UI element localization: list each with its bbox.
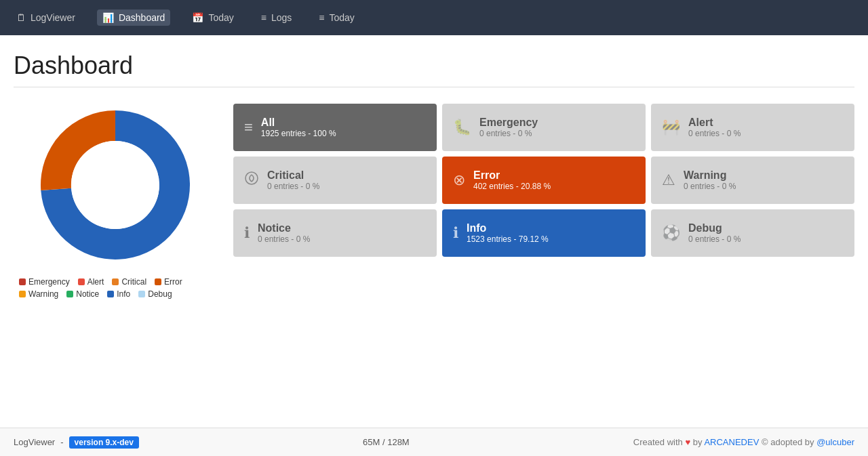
legend-label-notice: Notice	[76, 289, 99, 299]
card-debug-icon: ⚽	[662, 224, 680, 242]
donut-chart	[20, 104, 210, 266]
legend-item-emergency: Emergency	[19, 277, 70, 287]
card-debug-info: Debug 0 entries - 0 %	[688, 222, 741, 244]
main-content: Dashboard	[0, 35, 868, 339]
legend-label-error: Error	[164, 277, 182, 287]
nav-dashboard[interactable]: 📊 Dashboard	[97, 9, 171, 26]
logviewer-icon: 🗒	[16, 12, 26, 23]
nav-logo-label: LogViewer	[31, 12, 75, 23]
svg-point-0	[71, 141, 159, 229]
chart-area: Emergency Alert Critical Error Warning	[14, 104, 217, 299]
card-error-icon: ⊗	[453, 171, 465, 189]
card-info-subtitle: 1523 entries - 79.12 %	[467, 234, 549, 244]
card-all-info: All 1925 entries - 100 %	[261, 117, 336, 138]
card-critical-icon	[244, 171, 259, 190]
nav-today[interactable]: 📅 Today	[186, 9, 239, 26]
card-critical-info: Critical 0 entries - 0 %	[267, 169, 319, 191]
title-divider	[14, 87, 854, 87]
card-all[interactable]: ≡ All 1925 entries - 100 %	[233, 104, 437, 151]
card-warning-icon: ⚠	[662, 171, 675, 189]
card-info-title: Info	[467, 222, 549, 234]
navbar: 🗒 LogViewer 📊 Dashboard 📅 Today ≡ Logs ≡…	[0, 0, 868, 35]
chart-legend: Emergency Alert Critical Error Warning	[14, 277, 217, 299]
card-error[interactable]: ⊗ Error 402 entries - 20.88 %	[442, 157, 646, 204]
card-emergency-info: Emergency 0 entries - 0 %	[479, 117, 538, 138]
card-all-icon: ≡	[244, 119, 253, 136]
nav-today2-label: Today	[329, 12, 354, 23]
card-debug-subtitle: 0 entries - 0 %	[688, 234, 741, 244]
card-emergency-icon: 🐛	[453, 119, 471, 136]
legend-label-warning: Warning	[28, 289, 58, 299]
card-alert-info: Alert 0 entries - 0 %	[688, 117, 741, 138]
card-error-title: Error	[473, 169, 551, 182]
legend-item-error: Error	[155, 277, 182, 287]
cards-grid: ≡ All 1925 entries - 100 % 🐛 Emergency 0…	[233, 104, 854, 257]
legend-item-debug: Debug	[138, 289, 172, 299]
card-info-info: Info 1523 entries - 79.12 %	[467, 222, 549, 244]
card-alert[interactable]: 🚧 Alert 0 entries - 0 %	[651, 104, 854, 151]
legend-item-notice: Notice	[66, 289, 99, 299]
legend-item-critical: Critical	[112, 277, 146, 287]
nav-today2[interactable]: ≡ Today	[313, 9, 360, 26]
card-warning-title: Warning	[684, 169, 736, 182]
logs-icon: ≡	[261, 12, 267, 23]
today-icon: 📅	[192, 12, 203, 23]
legend-label-critical: Critical	[121, 277, 146, 287]
card-emergency-title: Emergency	[479, 117, 538, 129]
card-error-subtitle: 402 entries - 20.88 %	[473, 182, 551, 191]
card-alert-subtitle: 0 entries - 0 %	[688, 129, 741, 138]
card-alert-title: Alert	[688, 117, 741, 129]
card-error-info: Error 402 entries - 20.88 %	[473, 169, 551, 191]
card-notice-title: Notice	[258, 222, 310, 234]
legend-item-alert: Alert	[78, 277, 104, 287]
legend-label-alert: Alert	[87, 277, 104, 287]
card-critical-title: Critical	[267, 169, 319, 182]
card-critical[interactable]: Critical 0 entries - 0 %	[233, 157, 437, 204]
nav-dashboard-label: Dashboard	[119, 12, 165, 23]
card-alert-icon: 🚧	[662, 119, 680, 136]
nav-today-label: Today	[208, 12, 233, 23]
card-debug[interactable]: ⚽ Debug 0 entries - 0 %	[651, 209, 854, 257]
card-debug-title: Debug	[688, 222, 741, 234]
card-warning-info: Warning 0 entries - 0 %	[684, 169, 736, 191]
card-warning[interactable]: ⚠ Warning 0 entries - 0 %	[651, 157, 854, 204]
nav-logs[interactable]: ≡ Logs	[256, 9, 298, 26]
card-info-icon: ℹ	[453, 224, 458, 242]
card-critical-subtitle: 0 entries - 0 %	[267, 182, 319, 191]
dashboard-layout: Emergency Alert Critical Error Warning	[14, 104, 854, 299]
card-notice-icon: ℹ	[244, 224, 250, 242]
card-emergency-subtitle: 0 entries - 0 %	[479, 129, 538, 138]
card-info[interactable]: ℹ Info 1523 entries - 79.12 %	[442, 209, 646, 257]
nav-logs-label: Logs	[271, 12, 292, 23]
card-notice-info: Notice 0 entries - 0 %	[258, 222, 310, 244]
card-warning-subtitle: 0 entries - 0 %	[684, 182, 736, 191]
today2-icon: ≡	[319, 12, 324, 23]
card-all-title: All	[261, 117, 336, 129]
nav-logo[interactable]: 🗒 LogViewer	[11, 9, 81, 26]
legend-label-emergency: Emergency	[28, 277, 70, 287]
legend-label-debug: Debug	[148, 289, 172, 299]
card-emergency[interactable]: 🐛 Emergency 0 entries - 0 %	[442, 104, 646, 151]
card-all-subtitle: 1925 entries - 100 %	[261, 129, 336, 138]
legend-item-info: Info	[107, 289, 130, 299]
card-notice[interactable]: ℹ Notice 0 entries - 0 %	[233, 209, 437, 257]
dashboard-icon: 📊	[102, 12, 114, 23]
page-title: Dashboard	[14, 51, 854, 80]
card-notice-subtitle: 0 entries - 0 %	[258, 234, 310, 244]
legend-item-warning: Warning	[19, 289, 58, 299]
legend-label-info: Info	[117, 289, 130, 299]
